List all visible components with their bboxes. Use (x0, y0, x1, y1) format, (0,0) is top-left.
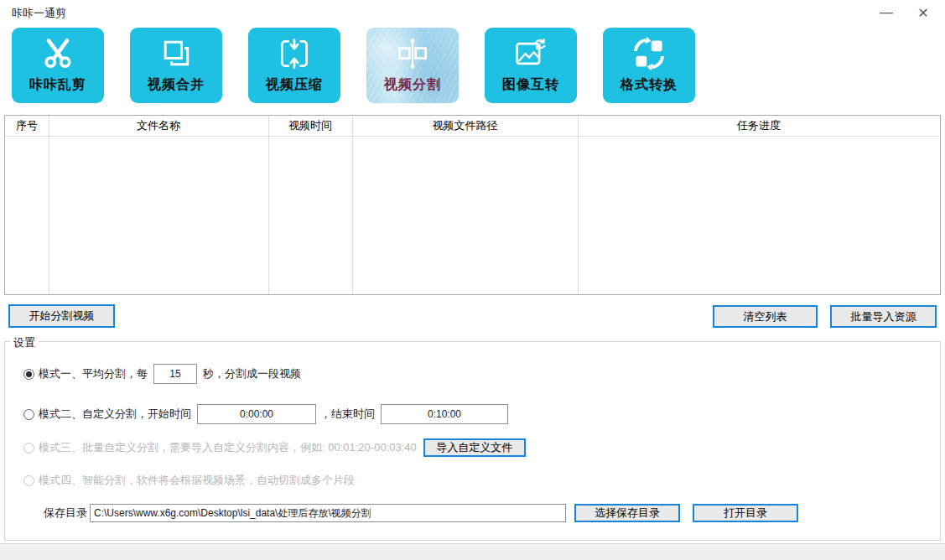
merge-squares-icon (158, 35, 195, 72)
column-header-duration[interactable]: 视频时间 (268, 116, 352, 136)
window-title: 咔咔一通剪 (12, 6, 66, 21)
scissors-icon (39, 35, 76, 72)
choose-save-directory-button[interactable]: 选择保存目录 (574, 504, 680, 522)
split-seconds-input[interactable] (153, 364, 197, 384)
format-convert-icon (631, 35, 667, 72)
toolbar-button-label: 视频压缩 (266, 76, 323, 94)
open-directory-button[interactable]: 打开目录 (693, 504, 798, 522)
titlebar: 咔咔一通剪 — ✕ (0, 0, 945, 25)
clear-list-button[interactable]: 清空列表 (713, 305, 818, 328)
settings-group-title: 设置 (10, 335, 39, 350)
batch-import-button[interactable]: 批量导入资源 (830, 305, 937, 328)
mode1-radio[interactable] (23, 369, 34, 380)
column-header-index[interactable]: 序号 (5, 116, 49, 136)
toolbar-button-video-merge[interactable]: 视频合并 (130, 28, 222, 103)
toolbar-button-label: 视频分割 (384, 76, 441, 94)
minimize-icon[interactable]: — (871, 0, 901, 25)
split-line-icon (394, 35, 431, 72)
toolbar-button-image-convert[interactable]: 图像互转 (485, 28, 577, 103)
mode3-row: 模式三、批量自定义分割，需要导入自定义分割内容，例如: 00:01:20-00:… (23, 438, 526, 457)
toolbar-button-label: 咔咔乱剪 (29, 76, 86, 94)
toolbar-button-label: 格式转换 (620, 76, 678, 94)
status-bar (0, 543, 945, 560)
toolbar-button-format-convert[interactable]: 格式转换 (603, 28, 695, 103)
close-icon[interactable]: ✕ (908, 0, 938, 25)
save-directory-row: 保存目录 选择保存目录 打开目录 (44, 504, 798, 522)
mode2-row: 模式二、自定义分割，开始时间 ，结束时间 (23, 404, 508, 424)
mode1-label-suffix: 秒，分割成一段视频 (203, 366, 301, 381)
column-header-filename[interactable]: 文件名称 (49, 116, 268, 136)
mode4-label: 模式四、智能分割，软件将会根据视频场景，自动切割成多个片段 (39, 473, 355, 488)
toolbar-button-random-cut[interactable]: 咔咔乱剪 (12, 28, 104, 103)
compress-arrows-icon (276, 35, 313, 72)
mode2-radio[interactable] (23, 409, 34, 420)
column-header-filepath[interactable]: 视频文件路径 (352, 116, 578, 136)
mode3-label: 模式三、批量自定义分割，需要导入自定义分割内容，例如: 00:01:20-00:… (39, 440, 417, 455)
mode2-label-prefix: 模式二、自定义分割，开始时间 (39, 407, 191, 422)
image-convert-icon (512, 35, 549, 72)
start-time-input[interactable] (197, 404, 316, 424)
file-table: 序号 文件名称 视频时间 视频文件路径 任务进度 (4, 115, 941, 295)
end-time-input[interactable] (381, 404, 508, 424)
mode2-label-middle: ，结束时间 (320, 407, 375, 422)
toolbar-button-video-split[interactable]: 视频分割 (366, 28, 459, 103)
save-directory-input[interactable] (90, 504, 566, 522)
import-custom-file-button[interactable]: 导入自定义文件 (423, 438, 526, 457)
toolbar-button-label: 图像互转 (502, 76, 559, 94)
mode4-row: 模式四、智能分割，软件将会根据视频场景，自动切割成多个片段 (23, 474, 355, 487)
toolbar-button-video-compress[interactable]: 视频压缩 (248, 28, 340, 103)
mode1-row: 模式一、平均分割，每 秒，分割成一段视频 (23, 364, 301, 384)
start-split-button[interactable]: 开始分割视频 (8, 304, 115, 328)
file-table-header: 序号 文件名称 视频时间 视频文件路径 任务进度 (5, 116, 940, 137)
save-directory-label: 保存目录 (44, 506, 87, 521)
file-table-body[interactable] (5, 136, 940, 294)
mode4-radio (23, 475, 34, 486)
toolbar-button-label: 视频合并 (148, 76, 205, 94)
app-window: 咔咔一通剪 — ✕ 咔咔乱剪 视频合并 (0, 0, 945, 560)
mode3-radio (23, 443, 34, 454)
mode1-label-prefix: 模式一、平均分割，每 (39, 366, 148, 381)
column-header-progress[interactable]: 任务进度 (578, 116, 940, 136)
